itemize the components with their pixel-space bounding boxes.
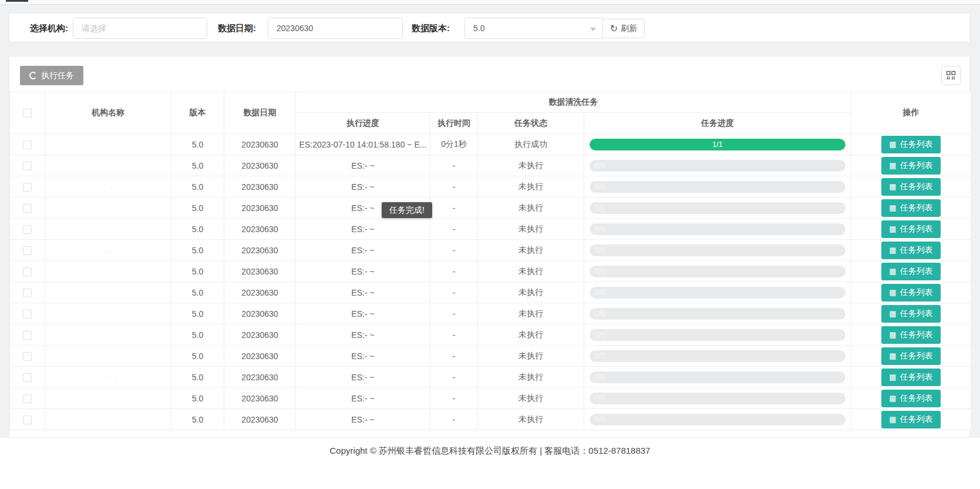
exec-time-cell: - <box>430 197 478 219</box>
exec-progress-cell: ES:- ~ <box>296 219 430 240</box>
date-cell: 20230630 <box>224 134 296 155</box>
org-name-cell <box>45 409 171 430</box>
action-cell: ▦ 任务列表 <box>851 409 971 430</box>
progress-bar: 0/0 <box>590 223 846 235</box>
task-list-button[interactable]: ▦ 任务列表 <box>881 411 940 428</box>
row-checkbox[interactable] <box>23 267 32 276</box>
status-cell: 未执行 <box>478 219 584 240</box>
table-row: 5.0 20230630 ES:- ~ - 未执行 0/0 ▦ 任务列表 <box>10 324 971 346</box>
row-checkbox[interactable] <box>23 289 32 297</box>
data-version-select[interactable]: 5.0 <box>464 18 604 39</box>
row-checkbox[interactable] <box>23 352 32 361</box>
data-date-input[interactable]: 20230630 <box>268 18 403 39</box>
task-list-button[interactable]: ▦ 任务列表 <box>881 157 940 175</box>
version-cell: 5.0 <box>171 219 224 240</box>
column-settings-button[interactable] <box>941 66 961 85</box>
select-all-checkbox[interactable] <box>23 109 32 118</box>
task-progress-cell: 1/1 <box>584 134 851 155</box>
row-checkbox[interactable] <box>23 310 32 319</box>
header-task-progress: 任务进度 <box>584 113 851 134</box>
execute-task-button[interactable]: 执行任务 <box>20 66 83 85</box>
version-cell: 5.0 <box>171 155 224 176</box>
task-list-button[interactable]: ▦ 任务列表 <box>881 220 940 238</box>
task-list-button[interactable]: ▦ 任务列表 <box>881 347 940 365</box>
org-name-cell: · · <box>45 176 171 197</box>
action-cell: ▦ 任务列表 <box>851 197 971 219</box>
status-cell: 未执行 <box>478 303 584 324</box>
progress-bar-text: 0/0 <box>590 287 846 299</box>
status-cell: 执行成功 <box>478 134 584 155</box>
action-cell: ▦ 任务列表 <box>851 176 971 197</box>
org-name-cell: · · · <box>45 367 171 388</box>
date-cell: 20230630 <box>224 176 296 197</box>
task-list-button-label: 任务列表 <box>900 224 933 235</box>
exec-progress-cell: ES:- ~ <box>296 282 430 303</box>
exec-progress-cell: ES:- ~ <box>296 324 430 346</box>
progress-bar-text: 0/0 <box>590 329 846 341</box>
version-cell: 5.0 <box>171 324 224 346</box>
table-body: 5.0 20230630 ES:2023-07-10 14:01:58.180 … <box>10 134 971 430</box>
org-name-cell <box>45 155 171 176</box>
progress-bar: 0/0 <box>590 393 846 404</box>
version-cell: 5.0 <box>171 346 224 367</box>
row-checkbox[interactable] <box>23 331 32 340</box>
execute-task-label: 执行任务 <box>41 71 74 81</box>
grid-icon: ▦ <box>889 140 896 148</box>
progress-bar: 0/0 <box>590 371 846 383</box>
refresh-button-label: 刷新 <box>621 24 637 34</box>
task-list-button-label: 任务列表 <box>900 372 933 383</box>
row-checkbox[interactable] <box>23 204 32 213</box>
action-cell: ▦ 任务列表 <box>851 134 971 155</box>
progress-bar-text: 0/0 <box>590 308 846 320</box>
grid-icon: ▦ <box>889 394 896 402</box>
grid-icon: ▦ <box>889 267 896 275</box>
row-checkbox-cell <box>10 197 45 219</box>
task-list-button-label: 任务列表 <box>900 203 933 213</box>
task-list-button[interactable]: ▦ 任务列表 <box>881 390 940 407</box>
row-checkbox[interactable] <box>23 246 32 255</box>
version-cell: 5.0 <box>171 367 224 388</box>
task-list-button[interactable]: ▦ 任务列表 <box>881 284 940 302</box>
task-list-button[interactable]: ▦ 任务列表 <box>881 136 940 153</box>
date-cell: 20230630 <box>224 240 296 261</box>
org-name-cell <box>45 219 171 240</box>
date-cell: 20230630 <box>224 155 296 176</box>
date-cell: 20230630 <box>224 219 296 240</box>
org-select-input[interactable]: 请选择 <box>73 18 207 39</box>
task-table-panel: 执行任务 机构名称 版本 数据日期 数据清洗任务 操作 <box>9 56 970 438</box>
table-row: 5.0 20230630 ES:- ~ - 未执行 0/0 ▦ 任务列表 <box>10 409 971 430</box>
header-org: 机构名称 <box>45 92 171 134</box>
exec-time-cell: - <box>430 261 478 282</box>
progress-bar-text: 0/0 <box>590 371 846 383</box>
task-list-button[interactable]: ▦ 任务列表 <box>881 199 940 217</box>
task-list-button[interactable]: ▦ 任务列表 <box>881 263 940 280</box>
action-cell: ▦ 任务列表 <box>851 240 971 261</box>
exec-time-cell: - <box>430 155 478 176</box>
task-list-button[interactable]: ▦ 任务列表 <box>881 369 940 386</box>
row-checkbox[interactable] <box>23 140 32 149</box>
row-checkbox[interactable] <box>23 373 32 382</box>
task-list-button[interactable]: ▦ 任务列表 <box>881 178 940 196</box>
task-progress-cell: 0/0 <box>584 388 851 409</box>
row-checkbox[interactable] <box>23 183 32 192</box>
task-list-button[interactable]: ▦ 任务列表 <box>881 242 940 259</box>
row-checkbox[interactable] <box>23 225 32 234</box>
row-checkbox[interactable] <box>23 416 32 424</box>
version-cell: 5.0 <box>171 176 224 197</box>
header-exec-time: 执行时间 <box>430 113 478 134</box>
task-list-button[interactable]: ▦ 任务列表 <box>881 305 940 323</box>
grid-icon: ▦ <box>889 373 896 381</box>
exec-time-cell: - <box>430 324 478 346</box>
grid-icon: ▦ <box>889 352 896 360</box>
exec-progress-cell: ES:- ~ <box>296 346 430 367</box>
row-checkbox[interactable] <box>23 394 32 403</box>
table-row: · · · 5.0 20230630 ES:- ~ - 未执行 0/0 ▦ 任务… <box>10 367 971 388</box>
refresh-button[interactable]: ↻ 刷新 <box>602 19 645 38</box>
task-list-button[interactable]: ▦ 任务列表 <box>881 326 940 344</box>
status-cell: 未执行 <box>478 346 584 367</box>
progress-bar: 1/1 <box>590 139 846 150</box>
row-checkbox[interactable] <box>23 162 32 170</box>
exec-time-cell: - <box>430 303 478 324</box>
progress-bar-text: 0/0 <box>590 414 846 426</box>
row-checkbox-cell <box>10 324 45 346</box>
